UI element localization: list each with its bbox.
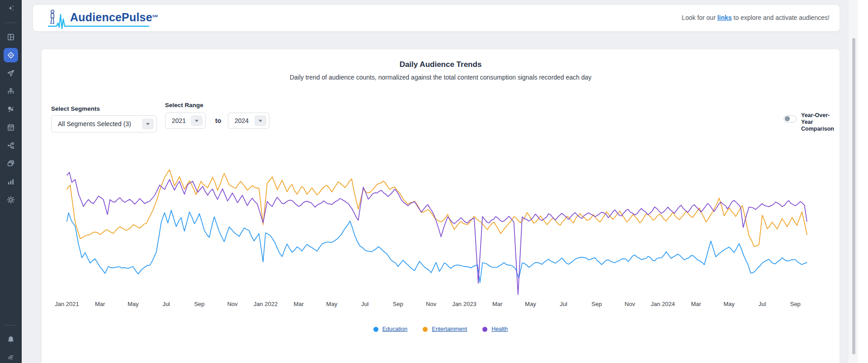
chart-lines [67, 170, 807, 295]
dashboard-icon [7, 33, 15, 41]
legend-label-health[interactable]: Health [491, 326, 508, 332]
window-edge [858, 0, 868, 363]
x-axis-labels: Jan 2021MarMayJulSepNovJan 2022MarMayJul… [55, 301, 801, 307]
header-card: AudiencePulseSM Look for our links to ex… [33, 5, 840, 32]
x-tick-label: Jan 2021 [55, 301, 79, 307]
scrollbar-thumb[interactable] [852, 38, 855, 354]
segments-label: Select Segments [51, 105, 100, 112]
x-tick-label: Sep [790, 301, 801, 307]
sidebar-item-sitemap[interactable] [4, 84, 18, 99]
logo-servicemark: SM [152, 14, 158, 18]
sidebar-divider [5, 325, 17, 325]
sidebar-item-send[interactable] [4, 66, 18, 80]
x-tick-label: Mar [95, 301, 105, 307]
segments-dropdown[interactable]: All Segments Selected (3) [51, 115, 157, 132]
x-tick-label: Jul [361, 301, 369, 307]
send-icon [7, 69, 15, 77]
x-tick-label: Jul [759, 301, 766, 307]
sidebar-item-clusters[interactable] [4, 102, 18, 117]
x-tick-label: Jan 2024 [651, 301, 675, 307]
clusters-icon [7, 105, 15, 113]
chart-legend: EducationEntertainmentHealth [42, 326, 840, 332]
sidebar-item-audiences-target[interactable] [4, 48, 18, 62]
legend-label-education[interactable]: Education [382, 326, 408, 332]
sidebar-item-notifications[interactable] [4, 332, 18, 347]
daily-trends-line-chart: Jan 2021MarMayJulSepNovJan 2022MarMayJul… [42, 163, 840, 321]
x-tick-label: Mar [492, 301, 503, 307]
chevron-down-icon [255, 115, 266, 126]
segments-dropdown-value: All Segments Selected (3) [58, 120, 137, 127]
legend-label-entertainment[interactable]: Entertainment [432, 326, 467, 332]
chevron-down-icon [142, 118, 154, 129]
x-tick-label: Jan 2023 [452, 301, 476, 307]
sidebar-item-layers[interactable] [4, 156, 18, 171]
legend-dot-education [373, 327, 378, 332]
x-tick-label: Jul [560, 301, 567, 307]
links-link[interactable]: links [717, 14, 732, 21]
legend-item-entertainment[interactable]: Entertainment [423, 326, 467, 332]
range-label: Select Range [165, 102, 203, 108]
series-line-entertainment [67, 170, 807, 246]
audiences-target-icon [7, 51, 15, 59]
sidebar-item-dashboard[interactable] [4, 30, 18, 44]
signal-icon [7, 354, 15, 362]
sidebar [0, 0, 22, 363]
legend-dot-health [482, 327, 487, 332]
yoy-comparison-toggle[interactable] [783, 115, 797, 123]
range-to-dropdown[interactable]: 2024 [228, 113, 269, 129]
header-message: Look for our links to explore and activa… [682, 14, 830, 21]
x-tick-label: Sep [591, 301, 602, 307]
sidebar-item-sparkles[interactable] [4, 1, 18, 15]
logo-wordmark: AudiencePulseSM [70, 11, 158, 24]
sidebar-item-calendar[interactable] [4, 120, 18, 135]
chart-card: Daily Audience Trends Daily trend of aud… [41, 49, 840, 363]
x-tick-label: Nov [426, 301, 437, 307]
app-window: AudiencePulseSM Look for our links to ex… [0, 0, 868, 363]
legend-dot-entertainment [423, 327, 428, 332]
legend-item-education[interactable]: Education [373, 326, 408, 332]
x-tick-label: Mar [294, 301, 304, 307]
x-tick-label: May [127, 301, 139, 307]
x-tick-label: Jan 2022 [254, 301, 278, 307]
range-to-value: 2024 [235, 117, 250, 124]
x-tick-label: Jul [162, 301, 170, 307]
toggle-knob [785, 116, 790, 121]
x-tick-label: Sep [194, 301, 204, 307]
sparkles-icon [7, 4, 15, 12]
yoy-comparison-label: Year-Over-Year Comparison [801, 112, 840, 132]
notifications-icon [7, 335, 15, 344]
analytics-icon [7, 178, 15, 186]
sidebar-item-flows[interactable] [4, 138, 18, 153]
sidebar-item-signal[interactable] [4, 350, 18, 363]
sidebar-divider [5, 23, 17, 23]
x-tick-label: May [326, 301, 338, 307]
header-message-suffix: to explore and activate audiences! [732, 14, 830, 21]
range-from-dropdown[interactable]: 2021 [165, 113, 206, 129]
audiencepulse-logo: AudiencePulseSM [47, 8, 151, 29]
x-tick-label: Nov [625, 301, 636, 307]
x-tick-label: Mar [691, 301, 701, 307]
series-line-health [67, 172, 807, 294]
range-to-word: to [215, 117, 221, 124]
settings-icon [7, 196, 15, 204]
x-tick-label: May [724, 301, 735, 307]
flows-icon [7, 141, 15, 150]
legend-item-health[interactable]: Health [482, 326, 508, 332]
x-tick-label: May [525, 301, 536, 307]
calendar-icon [7, 123, 15, 132]
x-tick-label: Sep [393, 301, 403, 307]
sidebar-item-analytics[interactable] [4, 174, 18, 189]
page-title: Daily Audience Trends [42, 60, 840, 69]
layers-icon [7, 160, 15, 168]
sidebar-item-settings[interactable] [4, 193, 18, 207]
chevron-down-icon [191, 115, 203, 126]
range-from-value: 2021 [172, 117, 186, 124]
scrollbar-track[interactable] [848, 0, 858, 363]
header-message-prefix: Look for our [682, 14, 717, 21]
sitemap-icon [7, 87, 15, 95]
series-line-education [67, 210, 807, 283]
x-tick-label: Nov [227, 301, 238, 307]
page-subtitle: Daily trend of audience counts, normaliz… [42, 74, 840, 81]
